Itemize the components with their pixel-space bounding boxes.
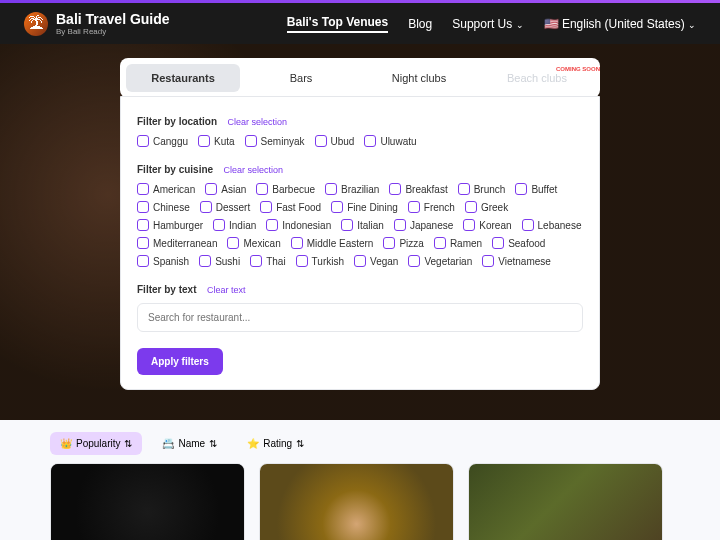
checkbox-cuisine-barbecue[interactable]: Barbecue (256, 183, 315, 195)
checkbox-label: Breakfast (405, 184, 447, 195)
checkbox-icon (137, 219, 149, 231)
checkbox-icon (137, 255, 149, 267)
checkbox-cuisine-brunch[interactable]: Brunch (458, 183, 506, 195)
checkbox-label: Brunch (474, 184, 506, 195)
clear-location-link[interactable]: Clear selection (227, 117, 287, 127)
checkbox-cuisine-italian[interactable]: Italian (341, 219, 384, 231)
checkbox-icon (205, 183, 217, 195)
checkbox-cuisine-buffet[interactable]: Buffet (515, 183, 557, 195)
checkbox-location-seminyak[interactable]: Seminyak (245, 135, 305, 147)
checkbox-cuisine-fast-food[interactable]: Fast Food (260, 201, 321, 213)
checkbox-cuisine-ramen[interactable]: Ramen (434, 237, 482, 249)
checkbox-label: Uluwatu (380, 136, 416, 147)
checkbox-cuisine-vietnamese[interactable]: Vietnamese (482, 255, 551, 267)
venue-card[interactable]: Monsoon RestaurantAsian, Italian, Mexica… (50, 463, 245, 540)
venue-image (51, 464, 244, 540)
checkbox-cuisine-asian[interactable]: Asian (205, 183, 246, 195)
venue-image (469, 464, 662, 540)
checkbox-label: American (153, 184, 195, 195)
checkbox-icon (250, 255, 262, 267)
checkbox-cuisine-turkish[interactable]: Turkish (296, 255, 344, 267)
checkbox-label: Indian (229, 220, 256, 231)
filter-text-label: Filter by text (137, 284, 196, 295)
checkbox-icon (266, 219, 278, 231)
checkbox-location-uluwatu[interactable]: Uluwatu (364, 135, 416, 147)
nav-blog[interactable]: Blog (408, 17, 432, 31)
checkbox-icon (199, 255, 211, 267)
checkbox-label: Sushi (215, 256, 240, 267)
tab-night-clubs[interactable]: Night clubs (362, 64, 476, 92)
search-input[interactable] (137, 303, 583, 332)
chevron-down-icon: ⌄ (516, 20, 524, 30)
checkbox-label: Seafood (508, 238, 545, 249)
venue-card[interactable]: Bali Luwih UbudIndonesian, Vegetarian 🌱 (259, 463, 454, 540)
checkbox-cuisine-spanish[interactable]: Spanish (137, 255, 189, 267)
checkbox-icon (137, 201, 149, 213)
checkbox-icon (137, 183, 149, 195)
checkbox-icon (492, 237, 504, 249)
venue-tabs: Restaurants Bars Night clubs Beach clubs… (120, 58, 600, 98)
checkbox-label: French (424, 202, 455, 213)
checkbox-cuisine-fine-dining[interactable]: Fine Dining (331, 201, 398, 213)
checkbox-cuisine-middle-eastern[interactable]: Middle Eastern (291, 237, 374, 249)
tab-restaurants[interactable]: Restaurants (126, 64, 240, 92)
checkbox-cuisine-korean[interactable]: Korean (463, 219, 511, 231)
checkbox-cuisine-hamburger[interactable]: Hamburger (137, 219, 203, 231)
nav-language[interactable]: 🇺🇸 English (United States) ⌄ (544, 17, 696, 31)
checkbox-cuisine-american[interactable]: American (137, 183, 195, 195)
checkbox-icon (394, 219, 406, 231)
sort-name[interactable]: 📇 Name ⇅ (152, 432, 227, 455)
checkbox-icon (315, 135, 327, 147)
checkbox-cuisine-breakfast[interactable]: Breakfast (389, 183, 447, 195)
checkbox-cuisine-pizza[interactable]: Pizza (383, 237, 423, 249)
nav-venues[interactable]: Bali's Top Venues (287, 15, 388, 33)
clear-cuisine-link[interactable]: Clear selection (224, 165, 284, 175)
checkbox-icon (458, 183, 470, 195)
sort-popularity[interactable]: 👑 Popularity ⇅ (50, 432, 142, 455)
site-logo-icon: 🏝 (24, 12, 48, 36)
checkbox-location-kuta[interactable]: Kuta (198, 135, 235, 147)
checkbox-location-canggu[interactable]: Canggu (137, 135, 188, 147)
checkbox-cuisine-indonesian[interactable]: Indonesian (266, 219, 331, 231)
nav-support[interactable]: Support Us ⌄ (452, 17, 523, 31)
checkbox-cuisine-vegan[interactable]: Vegan (354, 255, 398, 267)
checkbox-icon (331, 201, 343, 213)
checkbox-icon (291, 237, 303, 249)
checkbox-cuisine-brazilian[interactable]: Brazilian (325, 183, 379, 195)
checkbox-icon (482, 255, 494, 267)
checkbox-label: Ubud (331, 136, 355, 147)
checkbox-cuisine-sushi[interactable]: Sushi (199, 255, 240, 267)
checkbox-location-ubud[interactable]: Ubud (315, 135, 355, 147)
checkbox-cuisine-dessert[interactable]: Dessert (200, 201, 250, 213)
checkbox-cuisine-vegetarian[interactable]: Vegetarian (408, 255, 472, 267)
checkbox-label: Thai (266, 256, 285, 267)
checkbox-label: Mexican (243, 238, 280, 249)
filter-panel: Filter by location Clear selection Cangg… (120, 96, 600, 390)
checkbox-icon (260, 201, 272, 213)
clear-text-link[interactable]: Clear text (207, 285, 246, 295)
checkbox-cuisine-mediterranean[interactable]: Mediterranean (137, 237, 217, 249)
checkbox-icon (200, 201, 212, 213)
checkbox-label: Turkish (312, 256, 344, 267)
checkbox-label: Vegetarian (424, 256, 472, 267)
main-header: 🏝 Bali Travel Guide By Bali Ready Bali's… (0, 3, 720, 44)
checkbox-cuisine-japanese[interactable]: Japanese (394, 219, 453, 231)
checkbox-cuisine-greek[interactable]: Greek (465, 201, 508, 213)
tab-bars[interactable]: Bars (244, 64, 358, 92)
sort-rating[interactable]: ⭐ Rating ⇅ (237, 432, 314, 455)
checkbox-label: Fast Food (276, 202, 321, 213)
venue-card[interactable]: Sekar Sari KitchenIndonesian (468, 463, 663, 540)
filter-cuisine-label: Filter by cuisine (137, 164, 213, 175)
checkbox-cuisine-seafood[interactable]: Seafood (492, 237, 545, 249)
checkbox-cuisine-indian[interactable]: Indian (213, 219, 256, 231)
checkbox-cuisine-lebanese[interactable]: Lebanese (522, 219, 582, 231)
checkbox-cuisine-chinese[interactable]: Chinese (137, 201, 190, 213)
checkbox-cuisine-thai[interactable]: Thai (250, 255, 285, 267)
checkbox-label: Mediterranean (153, 238, 217, 249)
coming-soon-badge: COMING SOON (556, 66, 600, 72)
checkbox-cuisine-french[interactable]: French (408, 201, 455, 213)
apply-filters-button[interactable]: Apply filters (137, 348, 223, 375)
checkbox-icon (463, 219, 475, 231)
checkbox-cuisine-mexican[interactable]: Mexican (227, 237, 280, 249)
checkbox-label: Hamburger (153, 220, 203, 231)
